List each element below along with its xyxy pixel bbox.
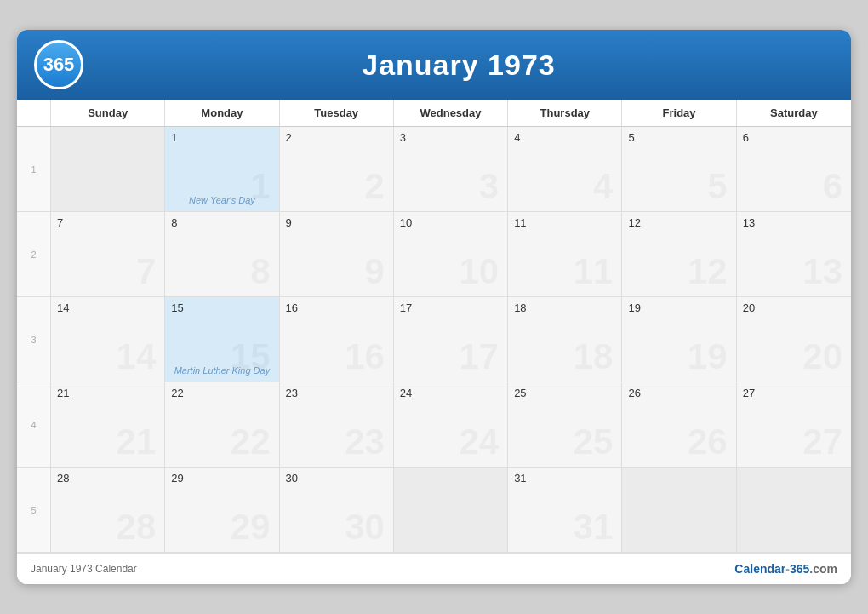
watermark-21: 21 [117, 424, 157, 460]
cal-cell-w3-d1: 1515Martin Luther King Day [165, 297, 279, 382]
calendar-footer: January 1973 Calendar Calendar-365.com [17, 553, 851, 584]
date-num-16: 16 [286, 301, 387, 314]
watermark-4: 4 [593, 169, 613, 204]
cal-cell-w5-d2: 3030 [280, 468, 394, 553]
date-num-9: 9 [286, 216, 387, 229]
watermark-12: 12 [688, 254, 728, 290]
date-num-5: 5 [628, 131, 729, 144]
cal-cell-w5-d0: 2828 [51, 468, 165, 553]
date-num-31: 31 [514, 472, 615, 485]
cal-cell-w2-d3: 1010 [394, 212, 508, 297]
cal-cell-w4-d6: 2727 [737, 382, 851, 468]
cal-cell-w1-d3: 33 [394, 127, 508, 212]
logo-badge: 365 [34, 40, 83, 89]
date-num-8: 8 [171, 216, 272, 229]
watermark-18: 18 [574, 339, 614, 375]
date-num-13: 13 [743, 216, 845, 229]
footer-brand-cal: Calendar [734, 562, 785, 576]
watermark-5: 5 [707, 169, 727, 204]
date-num-1: 1 [171, 131, 272, 144]
days-header-row: Sunday Monday Tuesday Wednesday Thursday… [17, 100, 851, 127]
week-label-3: 3 [17, 297, 51, 382]
date-num-28: 28 [57, 472, 158, 485]
footer-right-text: Calendar-365.com [734, 562, 837, 576]
cal-cell-w2-d5: 1212 [622, 212, 736, 297]
holiday-label-15: Martin Luther King Day [168, 365, 275, 376]
watermark-27: 27 [802, 424, 842, 460]
date-num-22: 22 [171, 387, 272, 399]
watermark-30: 30 [345, 509, 385, 545]
watermark-16: 16 [345, 339, 385, 375]
watermark-29: 29 [231, 509, 271, 545]
cal-cell-w4-d1: 2222 [165, 382, 279, 468]
date-num-11: 11 [514, 216, 615, 229]
cal-cell-w2-d6: 1313 [737, 212, 851, 297]
watermark-31: 31 [574, 509, 614, 545]
date-num-2: 2 [286, 131, 387, 144]
watermark-20: 20 [802, 339, 842, 375]
cal-cell-w3-d2: 1616 [280, 297, 394, 382]
cal-cell-w1-d1: 11New Year's Day [165, 127, 279, 212]
cal-cell-w1-d0 [51, 127, 165, 212]
date-num-26: 26 [628, 387, 729, 399]
cal-cell-w3-d0: 1414 [51, 297, 165, 382]
footer-brand-com: .com [809, 562, 837, 576]
date-num-4: 4 [514, 131, 615, 144]
cal-cell-w4-d3: 2424 [394, 382, 508, 468]
cal-cell-w2-d1: 88 [165, 212, 279, 297]
day-header-fri: Friday [622, 100, 736, 126]
day-header-sat: Saturday [737, 100, 851, 126]
header-title: January 1973 [83, 49, 834, 82]
watermark-13: 13 [802, 254, 842, 290]
watermark-28: 28 [117, 509, 157, 545]
day-header-tue: Tuesday [280, 100, 394, 126]
date-num-3: 3 [400, 131, 501, 144]
cal-cell-w4-d4: 2525 [508, 382, 622, 468]
cal-cell-w4-d0: 2121 [51, 382, 165, 468]
day-header-mon: Monday [165, 100, 279, 126]
cal-cell-w5-d1: 2929 [165, 468, 279, 553]
day-header-sun: Sunday [51, 100, 165, 126]
watermark-2: 2 [364, 169, 384, 204]
cal-cell-w4-d2: 2323 [280, 382, 394, 468]
watermark-22: 22 [231, 424, 271, 460]
date-num-21: 21 [57, 387, 158, 399]
cal-cell-w3-d5: 1919 [622, 297, 736, 382]
cal-cell-w1-d4: 44 [508, 127, 622, 212]
watermark-8: 8 [250, 254, 270, 290]
date-num-10: 10 [400, 216, 501, 229]
watermark-24: 24 [459, 424, 499, 460]
watermark-25: 25 [574, 424, 614, 460]
watermark-7: 7 [136, 254, 156, 290]
date-num-18: 18 [514, 301, 615, 314]
cal-cell-w3-d6: 2020 [737, 297, 851, 382]
week-label-4: 4 [17, 382, 51, 468]
date-num-6: 6 [743, 131, 845, 144]
footer-left-text: January 1973 Calendar [31, 563, 137, 575]
watermark-3: 3 [479, 169, 499, 204]
cal-cell-w1-d6: 66 [737, 127, 851, 212]
cal-cell-w1-d5: 55 [622, 127, 736, 212]
watermark-19: 19 [688, 339, 728, 375]
cal-cell-w4-d5: 2626 [622, 382, 736, 468]
date-num-20: 20 [743, 301, 845, 314]
cal-cell-w3-d4: 1818 [508, 297, 622, 382]
week-label-2: 2 [17, 212, 51, 297]
day-header-thu: Thursday [508, 100, 622, 126]
watermark-6: 6 [823, 169, 842, 204]
date-num-15: 15 [171, 301, 272, 314]
cal-cell-w2-d2: 99 [280, 212, 394, 297]
cal-cell-w2-d0: 77 [51, 212, 165, 297]
week-label-5: 5 [17, 468, 51, 553]
date-num-25: 25 [514, 387, 615, 399]
date-num-14: 14 [57, 301, 158, 314]
cal-cell-w3-d3: 1717 [394, 297, 508, 382]
date-num-7: 7 [57, 216, 158, 229]
date-num-29: 29 [171, 472, 272, 485]
date-num-19: 19 [628, 301, 729, 314]
date-num-12: 12 [628, 216, 729, 229]
week-label-1: 1 [17, 127, 51, 212]
cal-cell-w5-d5 [622, 468, 736, 553]
watermark-11: 11 [574, 254, 614, 290]
cal-cell-w5-d3 [394, 468, 508, 553]
